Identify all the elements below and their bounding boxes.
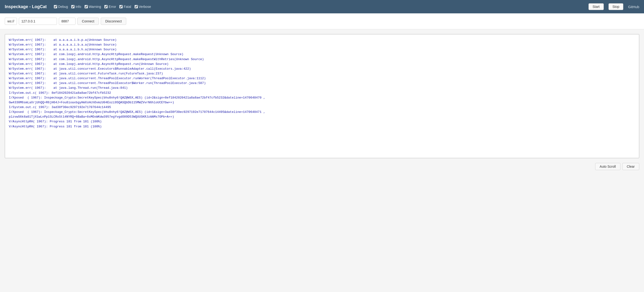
filter-checkbox-fatal[interactable]: Fatal	[119, 5, 131, 9]
app-title: Inspeckage - LogCat	[5, 4, 47, 9]
filter-label-warning: Warning	[89, 5, 101, 9]
filter-label-info: Info	[76, 5, 81, 9]
disconnect-button[interactable]: Disconnect	[101, 18, 126, 25]
checkbox-error[interactable]	[104, 5, 108, 8]
checkbox-verbose[interactable]	[134, 5, 138, 8]
host-input[interactable]	[19, 18, 57, 25]
auto-scroll-button[interactable]: Auto Scroll	[595, 163, 620, 170]
log-line: W/System.err( 1967): at java.util.concur…	[9, 67, 635, 71]
filter-group: DebugInfoWarningErrorFatalVerbose	[54, 5, 584, 9]
navbar: Inspeckage - LogCat DebugInfoWarningErro…	[0, 0, 644, 13]
connection-bar: ws:// Connect Disconnect	[0, 13, 644, 29]
filter-checkbox-warning[interactable]: Warning	[84, 5, 101, 9]
checkbox-fatal[interactable]	[119, 5, 123, 8]
clear-button[interactable]: Clear	[622, 163, 639, 170]
log-line: W/System.err( 1967): at com.loopj.androi…	[9, 57, 635, 62]
connect-button[interactable]: Connect	[78, 18, 99, 25]
log-line: W/System.err( 1967): at a.a.a.a.i.b.p.a(…	[9, 38, 635, 43]
log-line: W/System.err( 1967): at java.util.concur…	[9, 71, 635, 76]
filter-checkbox-debug[interactable]: Debug	[54, 5, 68, 9]
log-line: W/System.err( 1967): at java.util.concur…	[9, 76, 635, 81]
checkbox-info[interactable]	[71, 5, 74, 8]
start-button[interactable]: Start	[588, 3, 604, 10]
ws-label: ws://	[5, 18, 17, 25]
log-line: I/Xposed ( 1967): Inspeckage_Crypto:Secr…	[9, 95, 635, 105]
github-link[interactable]: GitHub	[628, 5, 639, 9]
log-line: I/System.out.c( 1967): 3ad38f30ec9297192…	[9, 105, 635, 110]
log-line: W/System.err( 1967): at a.a.a.a.i.b.h.a(…	[9, 47, 635, 52]
log-line: W/System.err( 1967): at java.lang.Thread…	[9, 86, 635, 90]
checkbox-warning[interactable]	[84, 5, 88, 8]
filter-label-fatal: Fatal	[124, 5, 131, 9]
filter-label-verbose: Verbose	[139, 5, 151, 9]
log-container[interactable]: W/System.err( 1967): at a.a.a.a.i.b.p.a(…	[5, 34, 639, 158]
log-line: V/AsyncHttpRH( 1967): Progress 181 from …	[9, 124, 635, 129]
checkbox-debug[interactable]	[54, 5, 57, 8]
filter-checkbox-verbose[interactable]: Verbose	[134, 5, 151, 9]
log-line: V/AsyncHttpRH( 1967): Progress 181 from …	[9, 119, 635, 124]
filter-checkbox-info[interactable]: Info	[71, 5, 81, 9]
filter-checkbox-error[interactable]: Error	[104, 5, 116, 9]
log-line: I/Xposed ( 1967): Inspeckage_Crypto:Secr…	[9, 110, 635, 119]
log-line: I/System.out.c( 1967): 8ef1842020421a8a8…	[9, 91, 635, 95]
bottom-bar: Auto Scroll Clear	[0, 161, 644, 173]
log-line: W/System.err( 1967): at com.loopj.androi…	[9, 62, 635, 67]
log-line: W/System.err( 1967): at com.loopj.androi…	[9, 52, 635, 57]
port-input[interactable]	[59, 18, 76, 25]
log-line: W/System.err( 1967): at java.util.concur…	[9, 81, 635, 86]
filter-label-debug: Debug	[58, 5, 68, 9]
filter-label-error: Error	[108, 5, 116, 9]
log-line: W/System.err( 1967): at a.a.a.a.i.b.a.a(…	[9, 43, 635, 47]
stop-button[interactable]: Stop	[608, 3, 624, 10]
